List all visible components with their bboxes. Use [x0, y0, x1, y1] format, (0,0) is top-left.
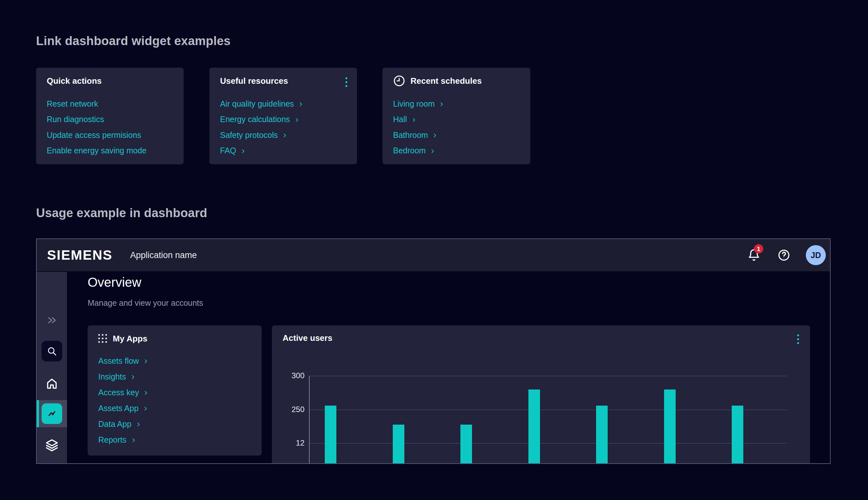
line-chart-icon	[46, 408, 58, 419]
my-apps-header: My Apps	[98, 333, 147, 344]
y-axis-tick-label: 12	[272, 439, 305, 447]
app-link-label: Insights	[98, 372, 126, 382]
application-name: Application name	[130, 250, 197, 260]
chevron-right-icon	[240, 148, 246, 154]
app-link[interactable]: Data App	[98, 419, 149, 430]
app-link-label: Access key	[98, 388, 139, 397]
chevron-right-icon	[136, 422, 141, 427]
chevron-right-icon	[130, 374, 136, 380]
y-axis-tick-label: 300	[272, 371, 305, 380]
card-link[interactable]: Run diagnostics	[47, 114, 147, 125]
question-circle-icon	[777, 249, 790, 262]
kebab-menu-icon[interactable]	[344, 76, 349, 88]
card-link[interactable]: Reset network	[47, 98, 147, 109]
chevron-right-icon	[298, 102, 304, 107]
card-link-label: Air quality guidelines	[220, 99, 294, 109]
quick-actions-card: Quick actions Reset network Run diagnost…	[36, 68, 184, 164]
app-link[interactable]: Insights	[98, 371, 149, 382]
app-link[interactable]: Access key	[98, 387, 149, 398]
chevron-right-icon	[439, 102, 444, 107]
quick-actions-links: Reset network Run diagnostics Update acc…	[47, 98, 147, 156]
help-button[interactable]	[777, 249, 790, 262]
app-link[interactable]: Reports	[98, 434, 149, 445]
card-link[interactable]: Enable energy saving mode	[47, 145, 147, 156]
card-link[interactable]: Air quality guidelines	[220, 98, 304, 109]
chart-gridline	[309, 443, 787, 444]
card-link-label: Update access permisions	[47, 130, 141, 140]
chevron-right-icon	[282, 133, 287, 138]
my-apps-links: Assets flow Insights Access key Assets A…	[98, 355, 149, 445]
chart-bar	[664, 389, 676, 464]
app-grid-icon	[98, 334, 107, 343]
card-link[interactable]: Update access permisions	[47, 129, 147, 140]
user-avatar[interactable]: JD	[806, 245, 826, 265]
widget-title: My Apps	[113, 334, 147, 344]
useful-resources-card: Useful resources Air quality guidelines …	[209, 68, 357, 164]
useful-resources-header: Useful resources	[220, 76, 288, 86]
app-link[interactable]: Assets flow	[98, 355, 149, 366]
clock-icon	[393, 75, 405, 87]
app-link-label: Assets flow	[98, 356, 139, 366]
chart-bar	[325, 406, 336, 464]
sidebar-item-search[interactable]	[37, 341, 67, 362]
double-chevron-right-icon	[46, 315, 57, 326]
heading-link-widget-examples: Link dashboard widget examples	[36, 34, 231, 48]
dashboard-example-frame: SIEMENS Application name 1 JD	[36, 238, 831, 464]
chevron-right-icon	[411, 117, 416, 123]
page-title: Overview	[88, 275, 141, 289]
chevron-right-icon	[143, 406, 148, 411]
chevron-right-icon	[432, 133, 437, 138]
useful-resources-links: Air quality guidelines Energy calculatio…	[220, 98, 304, 156]
chevron-right-icon	[294, 117, 300, 123]
card-title: Quick actions	[47, 76, 102, 86]
card-link[interactable]: Energy calculations	[220, 114, 304, 125]
y-axis-tick-label: 250	[272, 405, 305, 414]
card-link[interactable]: Bathroom	[393, 129, 444, 140]
page-subtitle: Manage and view your accounts	[88, 298, 203, 308]
card-title: Recent schedules	[410, 76, 482, 86]
sidebar-item-analytics-active[interactable]	[37, 400, 67, 427]
chart-bar	[393, 424, 404, 464]
quick-actions-header: Quick actions	[47, 76, 102, 86]
card-link[interactable]: Living room	[393, 98, 444, 109]
notification-badge: 1	[754, 244, 763, 253]
chart-bar	[596, 406, 608, 464]
chart-bar	[528, 389, 540, 464]
sidebar-item-home[interactable]	[37, 376, 67, 390]
sidebar-expand-button[interactable]	[37, 313, 67, 327]
card-link[interactable]: FAQ	[220, 145, 304, 156]
layers-icon	[45, 439, 59, 452]
chart-gridline	[309, 409, 787, 410]
app-link-label: Assets App	[98, 404, 139, 413]
active-users-widget: Active users 30025012	[272, 326, 810, 464]
card-link-label: Energy calculations	[220, 115, 290, 124]
card-link-label: Living room	[393, 99, 435, 109]
app-link[interactable]: Assets App	[98, 403, 149, 414]
chevron-right-icon	[143, 359, 149, 364]
card-link-label: Run diagnostics	[47, 115, 104, 124]
active-users-plot: 30025012	[272, 326, 810, 464]
chart-gridline	[309, 376, 787, 376]
recent-schedules-header: Recent schedules	[393, 76, 482, 86]
y-axis-line	[309, 376, 310, 464]
card-link-label: FAQ	[220, 146, 236, 155]
chart-bar	[460, 424, 472, 464]
card-link-label: Safety protocols	[220, 130, 278, 140]
my-apps-widget: My Apps Assets flow Insights Access key	[88, 326, 262, 456]
card-link[interactable]: Bedroom	[393, 145, 444, 156]
chart-bar	[732, 406, 743, 464]
heading-usage-example: Usage example in dashboard	[36, 206, 207, 220]
notifications-button[interactable]: 1	[747, 249, 761, 262]
app-header: SIEMENS Application name 1 JD	[37, 239, 830, 271]
card-link[interactable]: Hall	[393, 114, 444, 125]
card-link-label: Bathroom	[393, 130, 428, 140]
search-icon	[47, 346, 57, 356]
chevron-right-icon	[143, 390, 149, 396]
sidebar-item-layers[interactable]	[37, 438, 67, 452]
card-link-label: Enable energy saving mode	[47, 146, 147, 155]
app-link-label: Reports	[98, 435, 127, 445]
card-link-label: Bedroom	[393, 146, 426, 155]
card-link[interactable]: Safety protocols	[220, 129, 304, 140]
card-link-label: Hall	[393, 115, 407, 124]
chevron-right-icon	[131, 438, 136, 443]
